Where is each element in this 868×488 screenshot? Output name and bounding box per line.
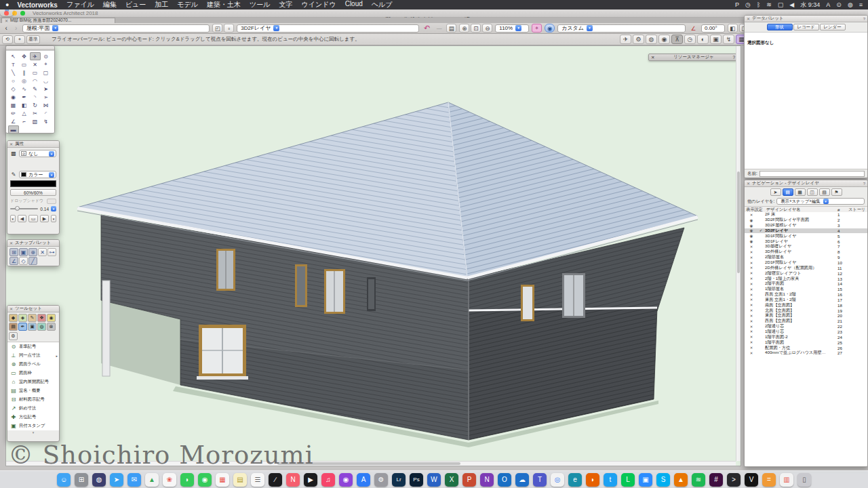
dropdown-button[interactable]: ▾ [515,25,521,31]
layer-visibility-toggle[interactable]: ◉ [746,224,757,228]
layer-visibility-toggle[interactable]: ✕ [746,325,757,329]
dock-icon[interactable]: L [621,473,635,487]
navigation-tab[interactable]: ⚑ [831,188,842,196]
navigation-tab[interactable]: ◫ [807,188,818,196]
layer-visibility-toggle[interactable]: ✕ [746,261,757,265]
menu-item[interactable]: 建築・土木 [207,0,241,9]
dropshadow-toggle[interactable] [47,199,56,204]
layer-visibility-toggle[interactable]: ✕ [746,346,757,350]
toolset-category-icon[interactable]: ✎ [28,314,37,322]
dock-icon[interactable]: ⚙ [374,473,388,487]
layer-visibility-toggle[interactable]: ◉ [746,234,757,238]
zoom-level-dropdown[interactable]: 110% ▾ [495,24,529,33]
vertical-scrollbar-thumb[interactable] [737,171,740,273]
tool-icon[interactable]: ◇ [8,85,19,93]
layer-visibility-toggle[interactable]: ✕ [746,282,757,286]
view-mode-icon[interactable]: ⚙ [633,35,644,44]
tool-icon[interactable]: ✏ [8,109,19,117]
close-window-button[interactable] [4,11,9,16]
layer-visibility-toggle[interactable]: ◉ [746,218,757,222]
zoom-tool-icon[interactable]: ⊕ [459,24,469,33]
menu-item[interactable]: 文字 [279,0,293,9]
dock-icon[interactable]: ∕ [269,473,282,487]
toolset-tool[interactable]: ✚ 方位記号 [7,413,59,422]
class-options-icon[interactable]: ↶ [422,24,432,33]
status-icon[interactable]: ▢ [778,1,784,8]
tool-icon[interactable]: ▦ [8,101,19,109]
data-palette-tab[interactable]: 形状 [767,24,793,30]
dock-icon[interactable]: P [462,473,476,487]
data-palette-tab[interactable]: レコード [793,24,819,30]
snap-toggle[interactable]: ╱ [28,257,37,265]
dock-icon[interactable]: Lr [392,473,406,487]
zoom-tool-icon[interactable]: ⊖ [482,24,492,33]
snap-toggle[interactable]: ✕ [38,248,47,256]
toolset-category-icon[interactable]: ◉ [47,314,56,322]
dock-icon[interactable]: ♫ [321,473,335,487]
view-mode-icon[interactable]: ◉ [658,35,670,44]
viewbar-icon[interactable]: ▫ [224,24,234,33]
view-mode-icon[interactable]: ◷ [684,35,696,44]
dock-icon[interactable]: ▣ [639,473,652,487]
zoom-window-button[interactable] [20,11,25,16]
close-icon[interactable]: ✕ [9,142,13,146]
toolset-category-icon[interactable]: ▤ [9,323,18,331]
dropdown-button[interactable]: ▾ [823,199,829,204]
pen-color-bar[interactable] [10,180,56,187]
tool-icon[interactable]: ↯ [41,117,52,125]
data-palette-tab[interactable]: レンダー [820,24,846,30]
tool-icon[interactable]: ⌖ [41,60,52,68]
dock-icon[interactable]: > [727,473,741,487]
navigation-tab[interactable]: ▤ [783,188,793,196]
navigation-tab[interactable]: ▧ [819,188,830,196]
layer-visibility-toggle[interactable]: ◉ [746,228,757,232]
data-palette-title[interactable]: ✕ データパレット ? [745,16,867,22]
menu-item[interactable]: ファイル [66,0,94,9]
toolset-tool[interactable]: ⊥ 同一点寸法 ▸ [7,351,59,360]
page-setup-icon[interactable]: ▤ [446,24,456,33]
tool-icon[interactable]: ◎ [19,77,30,85]
close-icon[interactable]: ✕ [747,181,750,186]
status-icon[interactable]: ◷ [745,1,751,8]
close-icon[interactable]: ✕ [651,55,654,60]
tool-icon[interactable]: ╲ [8,68,19,77]
tool-icon[interactable]: ↻ [30,101,41,109]
layer-visibility-toggle[interactable]: ✕ [746,303,757,307]
lineweight-slider[interactable] [10,208,38,209]
layer-visibility-toggle[interactable]: ✕ [746,340,757,344]
other-layers-dropdown[interactable]: 表示+スナップ+編集 ▾ [776,198,865,205]
tool-icon[interactable]: ◜ [41,109,52,117]
dock-icon[interactable]: # [709,473,723,487]
object-name-input[interactable] [760,171,865,177]
view-mode-icon[interactable]: ↯ [723,35,734,44]
dock-icon[interactable]: ☺ [57,473,71,487]
dropdown-button[interactable]: ▾ [273,25,279,31]
layer-visibility-toggle[interactable]: ✕ [746,277,757,281]
slider-knob[interactable] [15,206,20,211]
dock-icon[interactable]: ▥ [780,473,793,487]
back-view-button[interactable]: ‹ [3,24,9,33]
dock-icon[interactable]: e [568,473,582,487]
dock-icon[interactable]: ≋ [692,473,705,487]
dock-icon[interactable]: X [445,473,458,487]
tool-icon[interactable]: ↖ [8,52,19,60]
layer-visibility-toggle[interactable]: ✕ [746,256,757,260]
close-icon[interactable]: ✕ [9,306,13,311]
toolset-category-icon[interactable]: ◍ [37,323,46,331]
menu-item[interactable]: 編集 [103,0,117,9]
toolset-category-icon[interactable]: ◈ [18,314,27,322]
snap-toggle[interactable]: ∠ [9,257,18,265]
close-icon[interactable]: ✕ [9,241,13,245]
tool-mode-button[interactable]: ⌖ [14,35,25,44]
tool-icon[interactable]: ◡ [41,77,52,85]
tool-icon[interactable]: ✕ [30,60,41,68]
toolset-category-icon[interactable]: ▣ [28,323,37,331]
dropdown-button[interactable]: ▾ [52,25,58,31]
tool-icon[interactable]: ○ [8,77,19,85]
tool-icon[interactable]: T [8,60,19,68]
dock-icon[interactable]: S [656,473,670,487]
tool-icon[interactable]: △ [19,109,30,117]
view-mode-icon[interactable]: ✈ [620,35,631,44]
dock-icon[interactable]: N [480,473,494,487]
dropdown-button[interactable]: ▾ [51,206,56,211]
